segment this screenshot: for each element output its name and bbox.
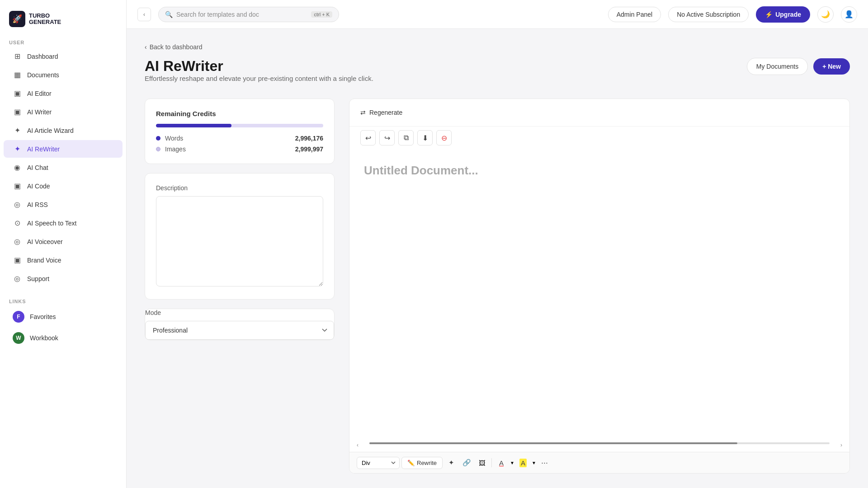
collapse-sidebar-button[interactable]: ‹ (137, 8, 151, 21)
documents-icon: ▦ (13, 70, 22, 79)
back-to-dashboard-link[interactable]: ‹ Back to dashboard (145, 43, 202, 51)
logo-rocket-icon: 🚀 (12, 14, 22, 24)
ai-editor-icon: ▣ (13, 89, 22, 98)
download-button[interactable]: ⬇ (417, 130, 433, 145)
description-input[interactable] (156, 196, 323, 286)
pencil-icon: ✏️ (407, 460, 415, 466)
scroll-right-arrow[interactable]: › (840, 442, 842, 448)
words-dot (156, 136, 160, 141)
ai-rss-icon: ◎ (13, 200, 22, 209)
highlight-dropdown-icon[interactable]: ▼ (532, 460, 536, 465)
font-color-icon: A (499, 459, 504, 467)
ai-writer-icon: ▣ (13, 108, 22, 116)
mode-select[interactable]: Professional Creative Formal Casual (145, 321, 334, 340)
sidebar-item-documents[interactable]: ▦ Documents (4, 66, 123, 84)
images-dot (156, 147, 160, 151)
sidebar-item-ai-voiceover[interactable]: ◎ AI Voiceover (4, 233, 123, 250)
sidebar-item-ai-speech[interactable]: ⊙ AI Speech to Text (4, 214, 123, 232)
highlight-button[interactable]: A (516, 456, 530, 469)
logo: 🚀 TURBO GENERATE (0, 7, 126, 36)
upgrade-button[interactable]: ⚡ Upgrade (756, 6, 810, 23)
font-color-dropdown-icon[interactable]: ▼ (510, 460, 514, 465)
highlight-icon: A (519, 459, 527, 467)
sidebar-item-label: AI RSS (27, 201, 48, 208)
right-toolbar: ⇄ Regenerate (349, 99, 849, 127)
page-title-area: AI ReWriter Effortlessly reshape and ele… (145, 58, 373, 95)
download-icon: ⬇ (422, 134, 428, 142)
sparkle-button[interactable]: ✦ (444, 456, 458, 469)
sidebar-item-label: Favorites (30, 313, 56, 320)
sidebar-item-dashboard[interactable]: ⊞ Dashboard (4, 47, 123, 65)
sidebar-item-ai-writer[interactable]: ▣ AI Writer (4, 103, 123, 121)
dashboard-icon: ⊞ (13, 52, 22, 61)
page-title: AI ReWriter (145, 58, 373, 75)
sidebar-item-ai-article-wizard[interactable]: ✦ AI Article Wizard (4, 122, 123, 139)
copy-icon: ⧉ (404, 134, 409, 142)
credits-items: Words 2,996,176 Images 2,999,997 (156, 135, 323, 153)
credits-progress-fill (156, 124, 231, 127)
editor-toolbar: Div Paragraph H1 H2 ✏️ Rewrite ✦ 🔗 (349, 452, 849, 473)
more-icon: ⋯ (541, 459, 548, 467)
document-title-area: Untitled Document... (349, 153, 849, 440)
link-button[interactable]: 🔗 (460, 456, 473, 469)
description-label: Description (156, 184, 323, 192)
document-title[interactable]: Untitled Document... (364, 164, 835, 178)
search-bar[interactable]: 🔍 Search for templates and doc ctrl + K (158, 7, 339, 22)
sidebar-item-ai-code[interactable]: ▣ AI Code (4, 177, 123, 195)
two-column-layout: Remaining Credits Words 2,996,176 Images (145, 99, 850, 474)
credits-card: Remaining Credits Words 2,996,176 Images (145, 99, 335, 164)
sidebar-item-label: AI Chat (27, 164, 48, 171)
font-color-button[interactable]: A (495, 456, 508, 469)
description-card: Description (145, 173, 335, 300)
no-subscription-button[interactable]: No Active Subscription (668, 7, 749, 22)
sidebar-item-ai-rss[interactable]: ◎ AI RSS (4, 196, 123, 213)
sidebar-item-ai-chat[interactable]: ◉ AI Chat (4, 159, 123, 176)
ai-code-icon: ▣ (13, 182, 22, 190)
sidebar-item-support[interactable]: ◎ Support (4, 270, 123, 287)
workbook-avatar: W (13, 332, 24, 344)
sidebar-item-favorites[interactable]: F Favorites (4, 306, 123, 327)
user-section-label: USER (0, 36, 126, 47)
right-column: ⇄ Regenerate ↩ ↪ ⧉ ⬇ (349, 99, 850, 474)
sidebar-item-ai-rewriter[interactable]: ✦ AI ReWriter (4, 140, 123, 158)
theme-toggle-button[interactable]: 🌙 (817, 6, 834, 23)
sidebar-item-workbook[interactable]: W Workbook (4, 328, 123, 348)
regenerate-button[interactable]: ⇄ Regenerate (360, 106, 402, 119)
new-document-button[interactable]: + New (813, 58, 850, 75)
user-icon: 👤 (844, 10, 854, 19)
links-section-label: LINKS (0, 295, 126, 306)
scroll-nav: ‹ › (349, 440, 849, 452)
ai-voiceover-icon: ◎ (13, 237, 22, 246)
moon-icon: 🌙 (821, 10, 830, 19)
credits-title: Remaining Credits (156, 110, 323, 117)
image-insert-button[interactable]: 🖼 (475, 456, 489, 469)
images-credit-item: Images 2,999,997 (156, 145, 323, 153)
sidebar-item-label: Brand Voice (27, 257, 61, 264)
element-type-select[interactable]: Div Paragraph H1 H2 (357, 457, 400, 469)
back-arrow-icon: ‹ (145, 43, 147, 51)
sidebar: 🚀 TURBO GENERATE USER ⊞ Dashboard ▦ Docu… (0, 0, 127, 488)
sidebar-item-label: AI ReWriter (27, 145, 60, 153)
mode-label: Mode (145, 309, 334, 316)
undo-button[interactable]: ↩ (360, 130, 376, 145)
redo-button[interactable]: ↪ (379, 130, 395, 145)
sidebar-item-label: AI Article Wizard (27, 127, 74, 134)
header-actions: My Documents + New (747, 58, 850, 75)
scroll-left-arrow[interactable]: ‹ (357, 442, 359, 448)
rewrite-button[interactable]: ✏️ Rewrite (401, 457, 443, 469)
sidebar-item-label: Workbook (30, 334, 58, 342)
delete-button[interactable]: ⊖ (436, 130, 452, 145)
user-profile-button[interactable]: 👤 (841, 6, 857, 23)
sidebar-item-ai-editor[interactable]: ▣ AI Editor (4, 84, 123, 102)
ai-chat-icon: ◉ (13, 163, 22, 172)
my-documents-button[interactable]: My Documents (747, 58, 808, 75)
admin-panel-button[interactable]: Admin Panel (608, 7, 661, 22)
sidebar-item-label: AI Voiceover (27, 238, 63, 245)
copy-button[interactable]: ⧉ (398, 130, 414, 145)
upgrade-bolt-icon: ⚡ (765, 11, 773, 18)
sidebar-item-brand-voice[interactable]: ▣ Brand Voice (4, 251, 123, 269)
sidebar-item-label: AI Speech to Text (27, 220, 76, 227)
brand-voice-icon: ▣ (13, 256, 22, 264)
undo-icon: ↩ (365, 134, 371, 142)
more-options-button[interactable]: ⋯ (538, 456, 552, 469)
